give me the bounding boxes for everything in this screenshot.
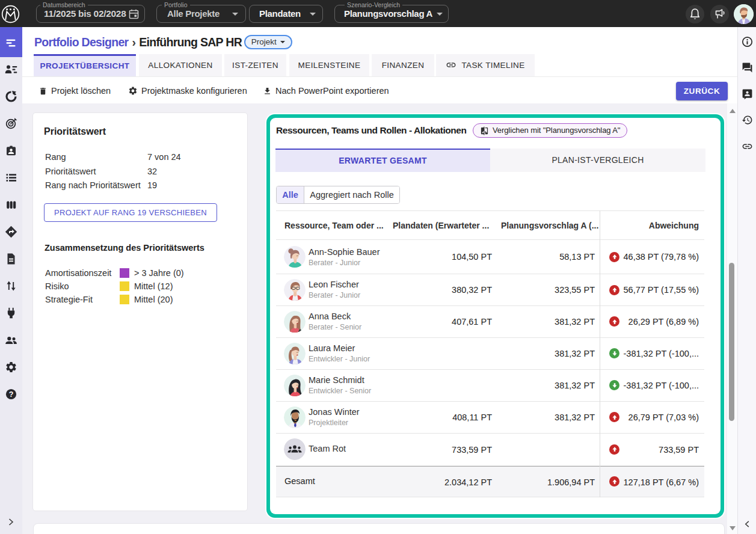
svg-text:?: ?: [9, 390, 14, 398]
